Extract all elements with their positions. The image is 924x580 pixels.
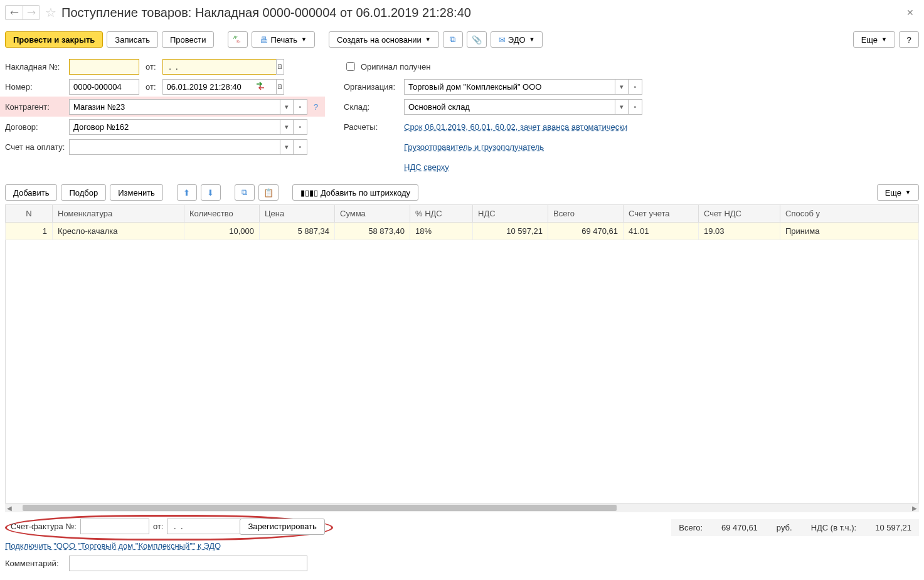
pick-button[interactable]: Подбор (61, 184, 106, 201)
dropdown-icon[interactable]: ▾ (280, 119, 294, 135)
dropdown-icon[interactable]: ▾ (615, 99, 629, 115)
favorite-star-icon[interactable]: ☆ (45, 5, 56, 20)
scroll-thumb[interactable] (23, 505, 617, 511)
scroll-right-icon[interactable]: ▶ (910, 505, 919, 512)
col-n[interactable]: N (6, 205, 53, 223)
add-row-button[interactable]: Добавить (5, 184, 57, 201)
more-label: Еще (861, 35, 878, 45)
calendar-icon[interactable]: 🗓 (276, 79, 284, 95)
attach-button[interactable]: 📎 (467, 31, 487, 48)
more-button[interactable]: Еще ▼ (853, 31, 895, 48)
col-price[interactable]: Цена (260, 205, 335, 223)
move-down-button[interactable]: ⬇ (201, 184, 221, 201)
contract-input[interactable] (69, 119, 280, 135)
counterparty-label: Контрагент: (5, 102, 65, 112)
dropdown-icon[interactable]: ▾ (615, 79, 629, 95)
contract-label: Договор: (5, 122, 65, 132)
dropdown-icon[interactable]: ▾ (280, 99, 294, 115)
counterparty-input[interactable] (69, 99, 280, 115)
settlements-link[interactable]: Срок 06.01.2019, 60.01, 60.02, зачет ава… (404, 122, 627, 132)
invoice-no-label: Накладная №: (5, 62, 65, 71)
open-icon[interactable]: ▫ (629, 79, 642, 95)
sf-from-label: от: (153, 522, 164, 531)
nav-forward-button[interactable]: 🡒 (23, 5, 40, 20)
open-icon[interactable]: ▫ (629, 99, 642, 115)
nav-back-button[interactable]: 🡐 (5, 5, 23, 20)
write-button[interactable]: Записать (107, 31, 158, 48)
original-received-checkbox[interactable] (346, 62, 355, 71)
sf-no-input[interactable] (80, 519, 149, 534)
invoice-factura-highlight: Счет-фактура №: от: 🗓 Зарегистрировать (5, 515, 333, 540)
totals-vat-label: НДС (в т.ч.): (811, 523, 857, 532)
table-more-button[interactable]: Еще ▼ (877, 184, 919, 201)
add-by-barcode-button[interactable]: ▮▯▮▯ Добавить по штрихкоду (292, 184, 418, 201)
page-title: Поступление товаров: Накладная 0000-0000… (61, 6, 471, 20)
paperclip-icon: 📎 (472, 35, 482, 45)
chevron-down-icon: ▼ (425, 36, 431, 43)
help-button[interactable]: ? (899, 31, 919, 48)
edo-connect-link[interactable]: Подключить "ООО "Торговый дом "Комплексн… (5, 541, 221, 551)
paste-button[interactable]: 📋 (258, 184, 279, 201)
post-and-close-button[interactable]: Провести и закрыть (5, 31, 103, 48)
from-label-1: от: (143, 62, 159, 71)
sf-label: Счет-фактура №: (11, 522, 77, 531)
close-button[interactable]: ✕ (901, 5, 919, 20)
invoice-no-input[interactable] (69, 59, 139, 75)
help-icon[interactable]: ? (311, 102, 321, 112)
col-nomenclature[interactable]: Номенклатура (53, 205, 184, 223)
org-input[interactable] (404, 79, 615, 95)
scroll-left-icon[interactable]: ◀ (5, 505, 14, 512)
paste-icon: 📋 (263, 188, 273, 198)
col-sum[interactable]: Сумма (335, 205, 410, 223)
create-based-on-button[interactable]: Создать на основании ▼ (329, 31, 439, 48)
svg-text:Кт: Кт (237, 39, 242, 43)
edo-label: ЭДО (508, 35, 526, 45)
warehouse-input[interactable] (404, 99, 615, 115)
from-label-2: от: (143, 82, 159, 92)
col-method[interactable]: Способ у (780, 205, 919, 223)
chevron-down-icon: ▼ (529, 36, 535, 43)
table-row[interactable]: 1 Кресло-качалка 10,000 5 887,34 58 873,… (6, 223, 919, 240)
open-icon[interactable]: ▫ (294, 139, 307, 155)
open-icon[interactable]: ▫ (294, 119, 307, 135)
dt-kt-button[interactable]: ДтКт (228, 31, 248, 48)
structure-icon: ⧉ (450, 34, 455, 45)
col-vat-pct[interactable]: % НДС (410, 205, 473, 223)
printer-icon: 🖶 (260, 35, 268, 45)
table-empty-area (5, 240, 919, 504)
copy-icon: ⧉ (242, 187, 247, 198)
totals-currency: руб. (777, 523, 792, 532)
swap-icon[interactable] (255, 81, 265, 93)
edo-button[interactable]: ✉ ЭДО ▼ (491, 31, 543, 48)
horizontal-scrollbar[interactable]: ◀ ▶ (5, 504, 919, 512)
prepay-label: Счет на оплату: (5, 142, 65, 152)
original-received-label: Оригинал получен (361, 62, 430, 71)
vat-link[interactable]: НДС сверху (404, 162, 449, 172)
shipper-link[interactable]: Грузоотправитель и грузополучатель (404, 142, 544, 152)
print-button[interactable]: 🖶 Печать ▼ (252, 31, 315, 48)
number-input[interactable] (69, 79, 139, 95)
comment-input[interactable] (69, 556, 307, 571)
calendar-icon[interactable]: 🗓 (276, 59, 284, 75)
prepay-input[interactable] (69, 139, 280, 155)
open-icon[interactable]: ▫ (294, 99, 307, 115)
print-label: Печать (270, 35, 297, 45)
col-vat-acct[interactable]: Счет НДС (699, 205, 780, 223)
col-total[interactable]: Всего (548, 205, 624, 223)
invoice-date-input[interactable] (162, 59, 276, 75)
structure-button[interactable]: ⧉ (443, 31, 463, 48)
totals-vat: 10 597,21 (875, 523, 911, 532)
copy-button[interactable]: ⧉ (235, 184, 255, 201)
move-up-button[interactable]: ⬆ (177, 184, 197, 201)
dt-kt-icon: ДтКт (233, 34, 242, 45)
register-button[interactable]: Зарегистрировать (240, 519, 324, 535)
settlements-label: Расчеты: (344, 122, 400, 132)
dropdown-icon[interactable]: ▾ (280, 139, 294, 155)
comment-label: Комментарий: (5, 559, 65, 568)
change-button[interactable]: Изменить (110, 184, 163, 201)
col-acct[interactable]: Счет учета (624, 205, 699, 223)
col-qty[interactable]: Количество (184, 205, 260, 223)
col-vat[interactable]: НДС (473, 205, 548, 223)
chevron-down-icon: ▼ (301, 36, 307, 43)
post-button[interactable]: Провести (162, 31, 215, 48)
